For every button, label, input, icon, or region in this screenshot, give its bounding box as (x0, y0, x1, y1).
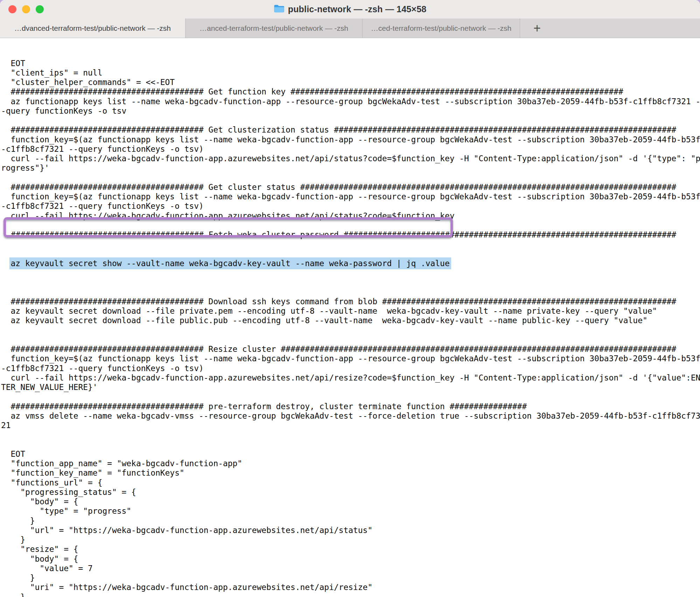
tab-label: …anced-terraform-test/public-network — -… (200, 24, 348, 33)
new-tab-button plus-icon[interactable]: + (533, 22, 541, 35)
highlighted-line: az keyvault secret show --vault-name wek… (1, 259, 700, 268)
terminal-window: public-network — -zsh — 145×58 …dvanced-… (0, 0, 700, 597)
traffic-lights (8, 0, 44, 19)
selected-command-text[interactable]: az keyvault secret show --vault-name wek… (11, 259, 450, 268)
terminal-content[interactable]: EOT "client_ips" = null "cluster_helper_… (0, 38, 700, 597)
terminal-output-before: EOT "client_ips" = null "cluster_helper_… (1, 59, 700, 240)
terminal-output-after: ########################################… (1, 287, 700, 597)
zoom-button[interactable] (36, 5, 44, 13)
minimize-button[interactable] (22, 5, 30, 13)
window-title: public-network — -zsh — 145×58 (288, 4, 427, 14)
tab-public-network-3[interactable]: …ced-terraform-test/public-network — -zs… (363, 19, 520, 38)
new-tab-area: + (520, 19, 700, 38)
title-wrap: public-network — -zsh — 145×58 (274, 4, 427, 14)
tab-bar: …dvanced-terraform-test/public-network —… (0, 19, 700, 38)
folder-icon (274, 4, 285, 14)
title-bar: public-network — -zsh — 145×58 (0, 0, 700, 19)
tab-public-network-1[interactable]: …dvanced-terraform-test/public-network —… (0, 19, 186, 38)
close-button[interactable] (8, 5, 16, 13)
tab-public-network-2[interactable]: …anced-terraform-test/public-network — -… (186, 19, 363, 38)
tab-label: …dvanced-terraform-test/public-network —… (14, 24, 171, 33)
tab-label: …ced-terraform-test/public-network — -zs… (371, 24, 511, 33)
